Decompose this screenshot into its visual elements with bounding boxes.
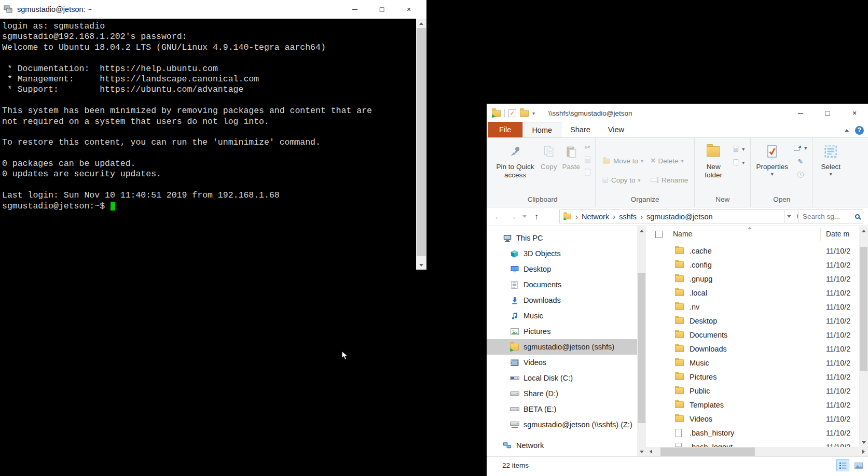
paste-button[interactable]: Paste: [560, 139, 583, 171]
file-row[interactable]: Templates11/10/2: [646, 398, 868, 412]
copy-path-icon[interactable]: [585, 157, 590, 163]
breadcrumb[interactable]: › Network › sshfs › sgmustadio@jetson: [559, 209, 784, 223]
history-button[interactable]: [795, 170, 806, 179]
putty-close-button[interactable]: ×: [395, 0, 422, 19]
column-header-name[interactable]: Name: [673, 230, 692, 238]
select-all-checkbox[interactable]: [655, 231, 663, 238]
sidebar-item-pictures[interactable]: Pictures: [487, 324, 637, 339]
file-row[interactable]: Videos11/10/2: [646, 412, 868, 426]
properties-button[interactable]: Properties ▾: [753, 139, 791, 177]
breadcrumb-sgmustadio-jetson[interactable]: sgmustadio@jetson: [646, 213, 713, 221]
new-folder-button[interactable]: New folder: [697, 139, 729, 179]
search-input[interactable]: [802, 212, 855, 221]
file-row[interactable]: Downloads11/10/2: [646, 342, 868, 356]
breadcrumb-network[interactable]: Network: [582, 213, 609, 221]
file-row[interactable]: .gnupg11/10/2: [646, 272, 868, 286]
sidebar-item-3d-objects[interactable]: 3D Objects: [487, 246, 637, 261]
breadcrumb-sshfs[interactable]: sshfs: [619, 213, 637, 221]
scroll-left-icon[interactable]: [646, 447, 655, 456]
sidebar-item-music[interactable]: Music: [487, 308, 637, 324]
explorer-titlebar[interactable]: ✓ ▾ \\sshfs\sgmustadio@jetson ─ □ ×: [487, 104, 868, 122]
paste-shortcut-icon[interactable]: [585, 169, 590, 176]
edit-button[interactable]: ✎: [796, 157, 805, 166]
file-row[interactable]: Public11/10/2: [646, 384, 868, 398]
file-row[interactable]: Desktop11/10/2: [646, 314, 868, 328]
terminal-output[interactable]: login as: sgmustadio sgmustadio@192.168.…: [0, 19, 416, 270]
back-button[interactable]: ←: [491, 210, 505, 223]
sidebar-item-videos[interactable]: Videos: [487, 355, 637, 370]
file-date: 11/10/2: [826, 345, 857, 353]
thumbnail-view-button[interactable]: [852, 459, 865, 471]
sidebar-item-share-d[interactable]: Share (D:): [487, 386, 637, 401]
delete-button[interactable]: × Delete ▾: [649, 155, 690, 167]
putty-titlebar[interactable]: sgmustadio@jetson: ~ ─ □ ×: [0, 0, 426, 19]
putty-maximize-button[interactable]: □: [368, 0, 395, 19]
sidebar-item-documents[interactable]: Documents: [487, 277, 637, 292]
sidebar-item-beta-e[interactable]: BETA (E:): [487, 401, 637, 417]
scroll-down-icon[interactable]: [637, 447, 646, 456]
select-button[interactable]: Select ▾: [816, 139, 846, 177]
copy-to-button[interactable]: Copy to ▾: [600, 174, 645, 186]
pin-to-quick-access-button[interactable]: Pin to Quick access: [492, 139, 538, 179]
putty-icon: [4, 5, 13, 13]
scrollbar-thumb[interactable]: [660, 447, 755, 456]
address-dropdown-button[interactable]: [784, 209, 794, 223]
terminal-scrollbar[interactable]: [416, 19, 426, 270]
terminal-scrollbar-thumb[interactable]: [417, 28, 426, 256]
search-box[interactable]: [798, 209, 863, 223]
sidebar-item-network[interactable]: Network: [487, 438, 637, 453]
copy-button[interactable]: Copy: [538, 139, 560, 171]
sidebar-item-sshfs[interactable]: sgmustadio@jetson (sshfs): [487, 339, 637, 355]
putty-minimize-button[interactable]: ─: [341, 0, 368, 19]
scroll-right-icon[interactable]: [859, 447, 868, 456]
open-button[interactable]: ▾: [792, 143, 808, 152]
tab-home[interactable]: Home: [522, 122, 561, 137]
scroll-up-icon[interactable]: [416, 19, 426, 28]
details-view-button[interactable]: [836, 459, 849, 471]
file-row[interactable]: Music11/10/2: [646, 356, 868, 370]
file-list-vscrollbar[interactable]: [859, 226, 868, 447]
properties-shortcut-icon[interactable]: ✓: [508, 109, 516, 117]
sidebar-item-downloads[interactable]: Downloads: [487, 292, 637, 308]
up-button[interactable]: ↑: [529, 210, 544, 223]
file-row[interactable]: .local11/10/2: [646, 286, 868, 300]
recent-locations-button[interactable]: [520, 210, 529, 223]
scroll-up-icon[interactable]: [637, 226, 646, 235]
scroll-up-icon[interactable]: [859, 226, 868, 235]
explorer-minimize-button[interactable]: ─: [787, 104, 814, 122]
scrollbar-thumb[interactable]: [638, 273, 645, 423]
column-header-date-modified[interactable]: Date m: [826, 230, 858, 238]
rename-button[interactable]: Rename: [649, 174, 690, 186]
easy-access-button[interactable]: ▾: [731, 158, 746, 167]
search-icon[interactable]: [855, 214, 860, 219]
cut-icon[interactable]: ✂: [585, 143, 591, 151]
help-icon[interactable]: ?: [855, 126, 864, 135]
collapse-ribbon-icon[interactable]: [845, 129, 849, 132]
column-divider[interactable]: [820, 228, 821, 241]
file-row[interactable]: .bash_history11/10/2: [646, 426, 868, 440]
sidebar-item-local-disk-c[interactable]: Local Disk (C:): [487, 370, 637, 386]
file-row[interactable]: .nv11/10/2: [646, 300, 868, 314]
explorer-close-button[interactable]: ×: [841, 104, 868, 122]
new-item-button[interactable]: ▾: [731, 144, 746, 153]
forward-button[interactable]: →: [505, 210, 520, 223]
scrollbar-thumb[interactable]: [860, 247, 867, 371]
tab-file[interactable]: File: [488, 122, 522, 137]
sidebar-item-sshfs-drive-z[interactable]: sgmustadio@jetson (\\sshfs) (Z:): [487, 417, 637, 432]
scroll-down-icon[interactable]: [416, 260, 426, 270]
scroll-down-icon[interactable]: [859, 438, 868, 447]
file-row[interactable]: .cache11/10/2: [646, 244, 868, 258]
explorer-maximize-button[interactable]: □: [814, 104, 841, 122]
navigation-pane-scrollbar[interactable]: [637, 226, 646, 456]
sidebar-item-desktop[interactable]: Desktop: [487, 261, 637, 277]
sidebar-item-this-pc[interactable]: This PC: [487, 230, 637, 246]
file-row[interactable]: Pictures11/10/2: [646, 370, 868, 384]
file-list-hscrollbar[interactable]: [646, 447, 868, 456]
file-row[interactable]: .config11/10/2: [646, 258, 868, 272]
customize-toolbar-icon[interactable]: ▾: [532, 110, 535, 116]
tab-share[interactable]: Share: [561, 122, 599, 137]
move-to-button[interactable]: Move to ▾: [600, 155, 645, 167]
tab-view[interactable]: View: [599, 122, 633, 137]
file-row[interactable]: Documents11/10/2: [646, 328, 868, 342]
new-folder-shortcut-icon[interactable]: [520, 110, 529, 117]
